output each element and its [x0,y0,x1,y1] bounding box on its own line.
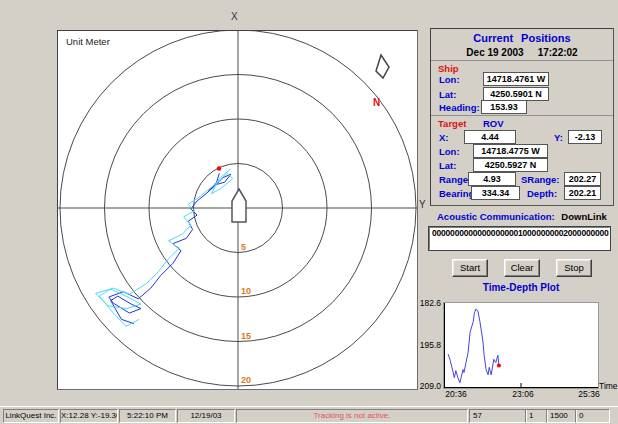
target-srange-label: SRange: [521,174,560,185]
target-lat-field[interactable]: 4250.5927 N [473,158,548,172]
panel-title: Current Positions [431,32,613,44]
target-x-field[interactable]: 4.44 [464,130,516,144]
target-bearing-field[interactable]: 334.34 [471,186,520,200]
td-ytick-top: 182.6 [415,298,441,308]
td-ytick-mid: 195.8 [415,340,441,350]
polar-plot-canvas: 5101520 N Unit Meter [58,31,417,389]
target-y-field[interactable]: -2.13 [568,130,602,144]
time-value: 17:22:02 [538,47,578,58]
current-target-marker [217,166,221,170]
acoustic-communication-line: Acoustic Communication: DownLink [437,211,607,222]
status-value-4: 0 [575,409,610,423]
date-value: Dec 19 2003 [466,47,523,58]
target-section-label: Target [438,118,466,129]
ship-lon-field[interactable]: 14718.4761 W [483,72,549,86]
north-label: N [373,97,380,108]
status-cursor-xy: X:12.28 Y:-19.30 [60,409,118,423]
svg-text:20: 20 [241,375,251,385]
svg-text:5: 5 [241,242,246,252]
acoustic-mode-value: DownLink [561,211,606,222]
divider [431,60,613,61]
current-positions-panel: Current Positions Dec 19 200317:22:02 Sh… [430,28,614,206]
stop-button[interactable]: Stop [556,259,592,277]
target-range-field[interactable]: 4.93 [468,172,516,186]
target-lon-label: Lon: [439,146,460,157]
clear-button[interactable]: Clear [504,259,540,277]
svg-text:10: 10 [241,286,251,296]
target-x-label: X: [439,132,449,143]
svg-text:15: 15 [241,331,251,341]
td-xtick-mid: 23:06 [508,389,538,399]
status-company: LinkQuest Inc. [3,409,59,423]
range-ring-labels: 5101520 [241,242,251,386]
ship-heading-label: Heading: [439,102,480,113]
ship-heading-field[interactable]: 153.93 [481,100,527,114]
td-time-axis-label: Time [599,381,618,391]
ship-section-label: Ship [438,63,459,74]
time-depth-plot [443,302,599,389]
tracking-application-window: X Y 5101520 N Unit Meter Current Positio… [0,0,618,424]
status-clock: 5:22:10 PM [119,409,176,423]
status-bar: LinkQuest Inc. X:12.28 Y:-19.30 5:22:10 … [0,406,618,424]
time-depth-plot-title: Time-Depth Plot [430,282,612,293]
ship-lon-label: Lon: [439,74,460,85]
acoustic-data-field[interactable]: 0000000000000000000100000000020000000003 [429,227,610,250]
status-value-1: 57 [469,409,527,423]
polar-plot: 5101520 N Unit Meter [57,30,418,390]
polar-y-axis-label: Y [419,199,426,210]
target-lat-label: Lat: [439,160,456,171]
depth-end-marker [497,364,501,368]
target-lon-field[interactable]: 14718.4775 W [473,144,548,158]
target-srange-field[interactable]: 202.27 [564,172,601,186]
time-depth-canvas [444,303,598,388]
polar-x-axis-label: X [231,11,238,22]
north-arrow-icon [376,55,389,78]
start-button[interactable]: Start [452,259,488,277]
target-y-label: Y: [554,132,563,143]
divider [431,115,613,116]
td-ytick-bottom: 209.0 [415,381,441,391]
acoustic-communication-label: Acoustic Communication: [437,211,555,222]
ship-lat-label: Lat: [439,89,456,100]
target-depth-label: Depth: [527,188,557,199]
target-name: ROV [483,118,504,129]
ship-icon [232,189,246,222]
td-xtick-left: 20:36 [441,389,471,399]
ship-lat-field[interactable]: 4250.5901 N [483,87,549,101]
status-date: 12/19/03 [177,409,235,423]
target-range-label: Range: [439,174,471,185]
datetime-line: Dec 19 200317:22:02 [431,47,613,58]
unit-label: Unit Meter [66,36,110,47]
status-value-3: 1500 [546,409,577,423]
depth-line [448,309,499,383]
target-track-trails [96,169,233,327]
status-value-2: 1 [525,409,548,423]
status-tracking-message: Tracking is not active. [236,409,468,423]
target-depth-field[interactable]: 202.21 [564,186,601,200]
